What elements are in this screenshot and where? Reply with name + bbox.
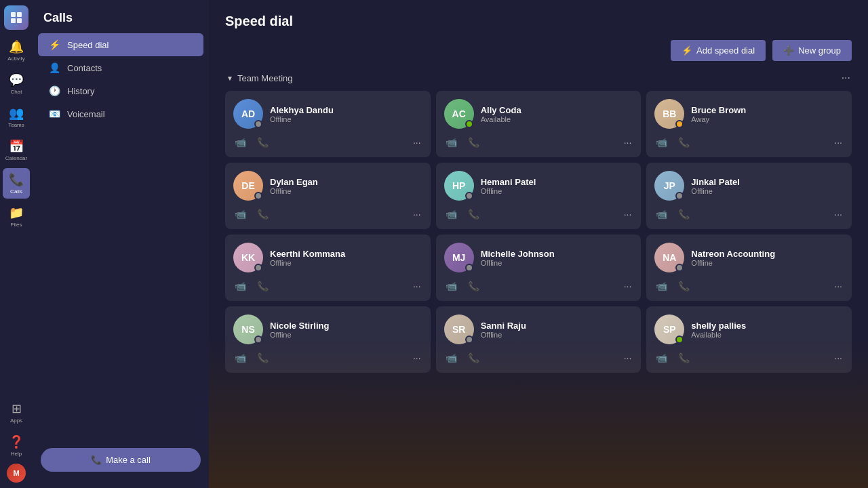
- audio-call-button[interactable]: 📞: [677, 207, 691, 221]
- card-top: KK Keerthi Kommana Offline: [233, 243, 422, 272]
- more-options-button[interactable]: ···: [833, 351, 844, 365]
- sidebar-item-activity[interactable]: 🔔 Activity: [3, 35, 30, 66]
- card-top: HP Hemani Patel Offline: [444, 171, 633, 201]
- sidebar-item-calendar[interactable]: 📅 Calendar: [3, 135, 30, 165]
- more-options-button[interactable]: ···: [623, 207, 633, 221]
- avatar[interactable]: M: [7, 464, 26, 483]
- audio-call-button[interactable]: 📞: [467, 279, 481, 293]
- audio-call-button[interactable]: 📞: [677, 279, 691, 293]
- activity-icon: 🔔: [9, 39, 24, 54]
- video-call-button[interactable]: 📹: [444, 279, 458, 293]
- contact-card[interactable]: AC Ally Coda Available 📹 📞 ···: [436, 91, 642, 157]
- contact-info: Keerthi Kommana Offline: [270, 249, 345, 267]
- add-speed-dial-button[interactable]: ⚡ Add speed dial: [671, 40, 766, 61]
- contact-card[interactable]: NS Nicole Stirling Offline 📹 📞 ···: [225, 306, 431, 373]
- nav-history[interactable]: 🕐 History: [38, 79, 203, 102]
- status-dot: [465, 264, 473, 272]
- new-group-icon: ➕: [783, 45, 794, 56]
- card-top: NS Nicole Stirling Offline: [233, 314, 422, 344]
- more-options-button[interactable]: ···: [623, 279, 633, 293]
- video-call-button[interactable]: 📹: [233, 207, 248, 221]
- svg-rect-3: [17, 18, 22, 23]
- contact-status: Offline: [691, 259, 775, 267]
- contact-card[interactable]: HP Hemani Patel Offline 📹 📞 ···: [436, 163, 642, 229]
- svg-rect-0: [11, 12, 16, 17]
- card-top: SR Sanni Raju Offline: [444, 314, 633, 344]
- audio-call-button[interactable]: 📞: [256, 207, 270, 221]
- nav-contacts[interactable]: 👤 Contacts: [38, 56, 203, 79]
- sidebar-item-files[interactable]: 📁 Files: [3, 201, 30, 232]
- contact-card[interactable]: NA Natreon Accounting Offline 📹 📞 ···: [646, 235, 852, 301]
- contact-name: Keerthi Kommana: [270, 249, 345, 259]
- contact-card[interactable]: JP Jinkal Patel Offline 📹 📞 ···: [646, 163, 852, 229]
- video-call-button[interactable]: 📹: [654, 279, 669, 293]
- nav-voicemail[interactable]: 📧 Voicemail: [38, 102, 203, 125]
- sidebar-item-apps[interactable]: ⊞ Apps: [3, 397, 30, 428]
- contacts-grid: AD Alekhya Dandu Offline 📹 📞 ··· AC Ally…: [225, 91, 852, 373]
- card-actions: 📹 📞 ···: [444, 207, 633, 221]
- more-options-button[interactable]: ···: [412, 279, 422, 293]
- make-call-button[interactable]: 📞 Make a call: [41, 448, 201, 472]
- card-top: JP Jinkal Patel Offline: [654, 171, 844, 201]
- sidebar-title: Calls: [33, 0, 209, 33]
- contact-status: Offline: [691, 187, 740, 195]
- nav-speed-dial[interactable]: ⚡ Speed dial: [38, 33, 203, 56]
- page-title: Speed dial: [225, 14, 852, 29]
- avatar-initials: BB: [663, 108, 676, 119]
- status-dot: [465, 120, 473, 128]
- audio-call-button[interactable]: 📞: [467, 136, 481, 149]
- more-options-button[interactable]: ···: [623, 136, 633, 149]
- avatar: NS: [233, 314, 263, 344]
- video-call-button[interactable]: 📹: [444, 136, 458, 149]
- audio-call-button[interactable]: 📞: [677, 136, 691, 149]
- more-options-button[interactable]: ···: [623, 351, 633, 365]
- contact-card[interactable]: AD Alekhya Dandu Offline 📹 📞 ···: [225, 91, 431, 157]
- audio-call-button[interactable]: 📞: [467, 351, 481, 365]
- more-options-button[interactable]: ···: [412, 207, 422, 221]
- audio-call-button[interactable]: 📞: [467, 207, 481, 221]
- more-options-button[interactable]: ···: [412, 136, 422, 149]
- contact-card[interactable]: BB Bruce Brown Away 📹 📞 ···: [646, 91, 852, 157]
- contact-card[interactable]: KK Keerthi Kommana Offline 📹 📞 ···: [225, 235, 431, 301]
- video-call-button[interactable]: 📹: [444, 207, 458, 221]
- group-section: ▼ Team Meeting ··· AD Alekhya Dandu Offl…: [225, 72, 852, 373]
- audio-call-button[interactable]: 📞: [256, 136, 270, 149]
- video-call-button[interactable]: 📹: [233, 136, 248, 149]
- sidebar-item-help[interactable]: ❓ Help: [3, 430, 30, 461]
- more-options-button[interactable]: ···: [833, 207, 844, 221]
- audio-call-button[interactable]: 📞: [256, 351, 270, 365]
- video-call-button[interactable]: 📹: [654, 136, 669, 149]
- sidebar-item-chat[interactable]: 💬 Chat: [3, 68, 30, 99]
- card-top: BB Bruce Brown Away: [654, 99, 844, 129]
- card-actions: 📹 📞 ···: [444, 136, 633, 149]
- video-call-button[interactable]: 📹: [233, 279, 248, 293]
- more-options-button[interactable]: ···: [412, 351, 422, 365]
- video-call-button[interactable]: 📹: [654, 351, 669, 365]
- contact-card[interactable]: SR Sanni Raju Offline 📹 📞 ···: [436, 306, 642, 373]
- audio-call-button[interactable]: 📞: [256, 279, 270, 293]
- make-call-label: Make a call: [106, 455, 151, 465]
- more-options-button[interactable]: ···: [833, 279, 844, 293]
- files-label: Files: [11, 222, 22, 228]
- audio-call-button[interactable]: 📞: [677, 351, 691, 365]
- contact-card[interactable]: SP shelly pallies Available 📹 📞 ···: [646, 306, 852, 373]
- contact-card[interactable]: DE Dylan Egan Offline 📹 📞 ···: [225, 163, 431, 229]
- contact-card[interactable]: MJ Michelle Johnson Offline 📹 📞 ···: [436, 235, 642, 301]
- status-dot: [254, 120, 262, 128]
- video-call-button[interactable]: 📹: [444, 351, 458, 365]
- contact-name: Natreon Accounting: [691, 249, 775, 259]
- video-call-button[interactable]: 📹: [654, 207, 669, 221]
- contact-name: Sanni Raju: [481, 321, 526, 331]
- new-group-button[interactable]: ➕ New group: [772, 40, 852, 61]
- chat-label: Chat: [11, 89, 22, 95]
- avatar-initials: MJ: [452, 252, 465, 263]
- contact-status: Offline: [481, 259, 555, 267]
- sidebar-item-calls[interactable]: 📞 Calls: [3, 168, 30, 199]
- avatar: HP: [444, 171, 474, 201]
- group-options-button[interactable]: ···: [842, 72, 850, 84]
- video-call-button[interactable]: 📹: [233, 351, 248, 365]
- sidebar-item-teams[interactable]: 👥 Teams: [3, 102, 30, 132]
- desktop-icon[interactable]: [4, 5, 28, 30]
- contact-name: Alekhya Dandu: [270, 105, 334, 115]
- more-options-button[interactable]: ···: [833, 136, 844, 149]
